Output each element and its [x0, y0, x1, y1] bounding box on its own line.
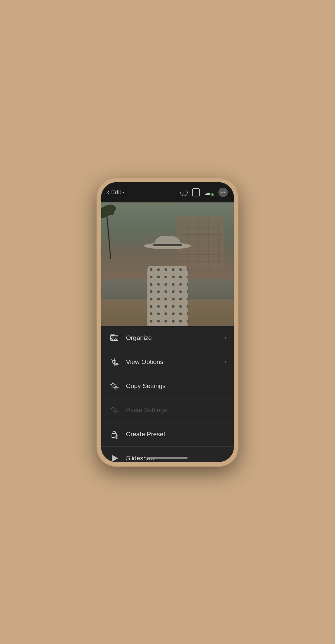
back-button[interactable]: ‹ — [107, 189, 109, 196]
paste-settings-label: Paste Settings — [126, 406, 226, 414]
organize-chevron: › — [225, 335, 226, 341]
header-left: ‹ Edit ▾ — [107, 189, 124, 196]
edit-dropdown-caret[interactable]: ▾ — [122, 190, 124, 195]
svg-point-5 — [114, 361, 115, 363]
export-icon[interactable] — [192, 188, 200, 196]
slideshow-icon — [109, 453, 120, 462]
copy-settings-icon — [109, 380, 120, 392]
organize-icon — [109, 332, 120, 344]
photo-dark-overlay — [101, 202, 234, 326]
menu-item-slideshow[interactable]: Slideshow — [101, 447, 234, 462]
copy-settings-label: Copy Settings — [126, 382, 226, 390]
svg-point-26 — [112, 407, 114, 410]
view-options-icon — [109, 356, 120, 368]
svg-point-13 — [112, 383, 114, 386]
create-preset-icon — [109, 429, 120, 440]
edit-title: Edit ▾ — [111, 189, 124, 196]
create-preset-label: Create Preset — [126, 431, 226, 438]
svg-rect-1 — [111, 337, 118, 337]
svg-marker-42 — [112, 455, 118, 461]
view-options-label: View Options — [126, 358, 225, 366]
phone-inner: ‹ Edit ▾ i ☁ ••• — [101, 182, 234, 462]
svg-point-3 — [112, 338, 113, 340]
menu-item-create-preset[interactable]: Create Preset — [101, 423, 234, 447]
organize-label: Organize — [126, 334, 225, 342]
menu-item-organize[interactable]: Organize › — [101, 326, 234, 350]
more-options-button[interactable]: ••• — [218, 188, 228, 197]
menu-item-copy-settings[interactable]: Copy Settings — [101, 374, 234, 398]
photo-area — [101, 202, 234, 326]
menu-item-paste-settings[interactable]: Paste Settings — [101, 398, 234, 423]
home-indicator — [147, 457, 188, 459]
menu-area: Organize › — [101, 326, 234, 462]
view-options-chevron: › — [225, 359, 226, 365]
cloud-sync-badge — [210, 193, 214, 197]
phone-frame: ‹ Edit ▾ i ☁ ••• — [97, 178, 238, 466]
cloud-icon-wrap[interactable]: ☁ — [204, 189, 214, 196]
menu-item-view-options[interactable]: View Options › — [101, 350, 234, 374]
cloud-icon: ☁ — [204, 189, 211, 196]
notch — [146, 182, 189, 192]
svg-rect-2 — [112, 334, 114, 336]
edit-label-text: Edit — [111, 189, 121, 196]
paste-settings-icon — [109, 404, 120, 416]
